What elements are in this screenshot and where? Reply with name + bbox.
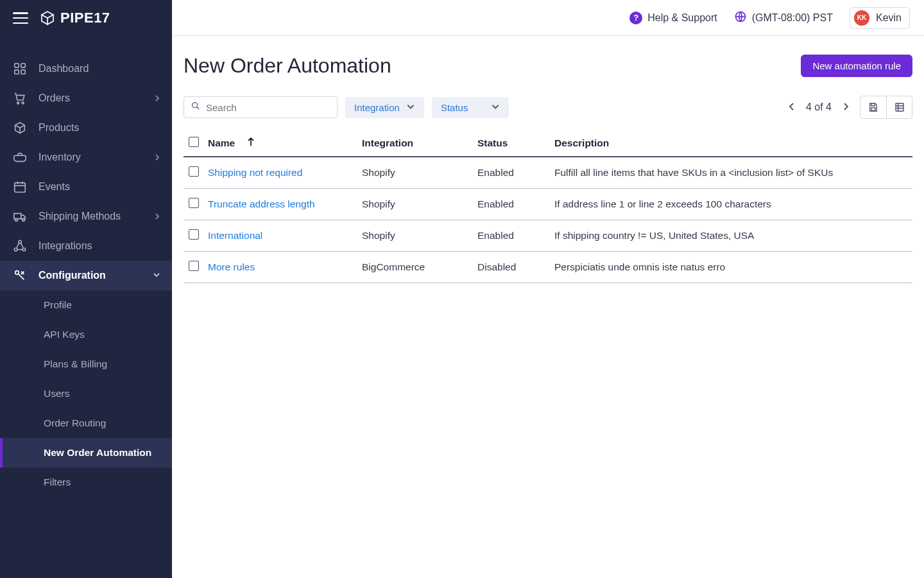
row-checkbox[interactable] [189,166,199,177]
column-header-integration[interactable]: Integration [362,137,413,148]
subnav-label: Users [44,388,69,399]
cell-description: Fulfill all line items that have SKUs in… [554,157,912,189]
search-box[interactable] [184,96,338,118]
box-icon [12,121,28,135]
user-menu-button[interactable]: KK Kevin [850,7,910,29]
sidebar-item-events[interactable]: Events [0,172,172,202]
page-title: New Order Automation [184,54,391,78]
help-icon: ? [629,12,642,24]
cart-icon [12,91,28,105]
cell-status: Disabled [477,252,554,283]
sidebar-item-label: Inventory [38,152,81,163]
cell-status: Enabled [477,157,554,189]
sidebar-item-label: Shipping Methods [38,211,121,222]
subnav-new-order-automation[interactable]: New Order Automation [0,438,172,468]
sidebar-item-shipping-methods[interactable]: Shipping Methods [0,202,172,231]
svg-point-5 [22,102,24,104]
calendar-icon [12,180,28,194]
sidebar-item-label: Dashboard [38,63,89,74]
column-header-description[interactable]: Description [554,137,609,148]
timezone-button[interactable]: (GMT-08:00) PST [734,10,833,26]
filter-label: Status [441,102,468,113]
cell-description: If shipping country != US, United States… [554,220,912,252]
pager-prev-button[interactable] [788,101,796,113]
rule-name-link[interactable]: Shipping not required [208,157,362,189]
svg-point-4 [17,102,19,104]
wrench-icon [12,268,28,283]
sidebar-item-dashboard[interactable]: Dashboard [0,54,172,83]
svg-rect-15 [871,108,875,111]
avatar: KK [854,10,869,26]
view-controls [860,96,912,119]
columns-button[interactable] [886,96,912,118]
svg-rect-0 [15,64,19,67]
rule-name-link[interactable]: More rules [208,252,362,283]
user-name: Kevin [876,12,902,24]
filter-status[interactable]: Status [432,97,509,118]
rule-name-link[interactable]: Truncate address length [208,189,362,220]
chevron-right-icon [154,211,160,222]
hamburger-icon[interactable] [13,12,28,24]
svg-point-7 [15,219,18,222]
brand-logo[interactable]: PIPE17 [40,10,110,26]
svg-point-14 [193,103,198,108]
sidebar: PIPE17 Dashboard Orders [0,0,172,578]
subnav-label: API Keys [44,329,85,340]
subnav-profile[interactable]: Profile [0,290,172,320]
cell-description: Perspiciatis unde omnis iste natus erro [554,252,912,283]
brand-name: PIPE17 [60,10,110,26]
new-automation-rule-button[interactable]: New automation rule [801,55,912,77]
pager-next-button[interactable] [842,101,850,113]
cell-integration: BigCommerce [362,252,477,283]
subnav-users[interactable]: Users [0,379,172,408]
sidebar-item-configuration[interactable]: Configuration [0,261,172,290]
sort-asc-icon[interactable] [247,137,255,146]
row-checkbox[interactable] [189,198,199,208]
cell-integration: Shopify [362,157,477,189]
subnav-plans-billing[interactable]: Plans & Billing [0,349,172,379]
select-all-checkbox[interactable] [189,137,199,147]
sidebar-item-label: Integrations [38,240,92,252]
chevron-down-icon [153,270,160,281]
sidebar-item-products[interactable]: Products [0,113,172,143]
subnav-label: Order Routing [44,417,106,429]
pager: 4 of 4 [788,96,912,119]
pager-label: 4 of 4 [806,101,832,113]
svg-rect-1 [21,64,25,67]
chevron-right-icon [154,92,160,104]
subnav-filters[interactable]: Filters [0,468,172,497]
save-view-button[interactable] [860,96,886,118]
cell-integration: Shopify [362,220,477,252]
row-checkbox[interactable] [189,261,199,271]
tray-icon [12,150,28,164]
sidebar-item-orders[interactable]: Orders [0,83,172,113]
subnav-label: Filters [44,477,71,488]
svg-point-10 [14,248,17,251]
subnav-api-keys[interactable]: API Keys [0,320,172,349]
svg-point-9 [19,240,22,243]
timezone-label: (GMT-08:00) PST [752,12,833,24]
filter-label: Integration [354,102,400,113]
column-header-name[interactable]: Name [208,137,235,148]
rules-table: Name Integration Status Description Ship… [184,130,912,283]
filter-integration[interactable]: Integration [345,97,424,118]
truck-icon [12,209,28,223]
search-icon [191,101,201,114]
cell-status: Enabled [477,220,554,252]
table-row: InternationalShopifyEnabledIf shipping c… [184,220,912,252]
search-input[interactable] [206,102,330,113]
svg-rect-2 [15,70,19,74]
nodes-icon [12,239,28,253]
row-checkbox[interactable] [189,229,199,240]
svg-rect-16 [896,103,903,111]
dashboard-icon [12,62,28,76]
sidebar-item-inventory[interactable]: Inventory [0,143,172,172]
sidebar-item-integrations[interactable]: Integrations [0,231,172,261]
column-header-status[interactable]: Status [477,137,508,148]
svg-rect-3 [21,70,25,74]
chevron-down-icon [491,102,500,113]
rule-name-link[interactable]: International [208,220,362,252]
help-support-button[interactable]: ? Help & Support [629,12,717,24]
subnav-order-routing[interactable]: Order Routing [0,408,172,438]
topbar: ? Help & Support (GMT-08:00) PST KK Kevi… [172,0,924,36]
